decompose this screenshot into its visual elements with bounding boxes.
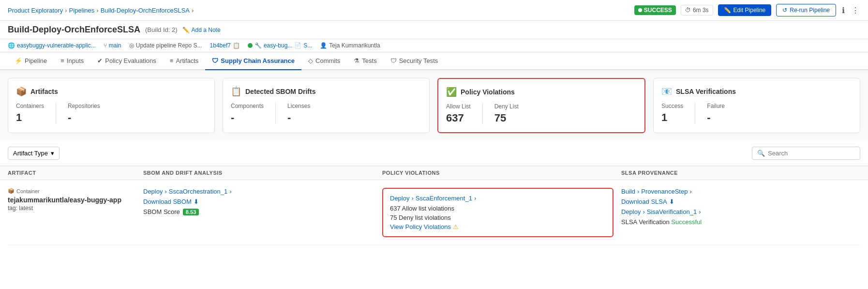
supply-chain-icon: 🛡 <box>212 57 218 64</box>
sbom-drifts-card: 📋 Detected SBOM Drifts Components - Lice… <box>223 78 430 133</box>
table-row: 📦 Container tejakummarikuntla/easy-buggy… <box>8 180 860 245</box>
app-short-link[interactable]: S... <box>303 42 312 49</box>
search-icon: 🔍 <box>757 150 765 157</box>
clock-icon: ⏱ <box>685 7 691 14</box>
artifact-tag: tag: latest <box>8 205 135 212</box>
download-sbom-link[interactable]: Download SBOM ⬇ <box>143 198 374 205</box>
add-note-link[interactable]: ✏️ Add a Note <box>182 27 221 33</box>
top-bar-right: SUCCESS ⏱ 6m 3s ✏️ Edit Pipeline ↺ Re-ru… <box>634 4 860 16</box>
page-title-bar: Build-Deploy-OrchEnforceSLSA (Build Id: … <box>0 21 868 39</box>
tab-artifacts[interactable]: ≡ Artifacts <box>163 52 206 70</box>
sbom-card-title: 📋 Detected SBOM Drifts <box>231 86 421 97</box>
tab-pipeline[interactable]: ⚡ Pipeline <box>8 52 54 70</box>
meta-branch: ⑂ main <box>104 42 121 49</box>
policy-violations-cell: Deploy › SscaEnforcement_1 › 637 Allow l… <box>382 188 621 237</box>
slsa-deploy-link[interactable]: Deploy › SisaVerification_1 › <box>621 208 853 215</box>
licenses-col: Licenses - <box>287 103 310 124</box>
col-header-sbom: SBOM AND DRIFT ANALYSIS <box>143 170 382 176</box>
breadcrumb: Product Exploratory › Pipelines › Build-… <box>8 7 194 14</box>
policy-violations-card: ✅ Policy Violations Allow List 637 Deny … <box>437 78 645 133</box>
slsa-success-col: Success 1 <box>661 103 683 124</box>
tab-security-tests[interactable]: 🛡 Security Tests <box>384 52 445 70</box>
policy-violations-cols: Allow List 637 Deny List 75 <box>446 103 637 124</box>
allow-violations-text: 637 Allow list violations <box>390 205 606 212</box>
breadcrumb-product[interactable]: Product Exploratory <box>8 7 63 14</box>
meta-commit-hash: 1b4bef7 📋 <box>210 42 240 49</box>
app-icon-2: 📄 <box>294 42 301 49</box>
repo-link[interactable]: easybuggy-vulnerable-applic... <box>17 42 96 49</box>
artifact-name: tejakummarikuntla/easy-buggy-app <box>8 196 135 204</box>
app-link[interactable]: easy-bug... <box>264 42 292 49</box>
repositories-col: Repositories - <box>68 103 100 124</box>
copy-icon[interactable]: 📋 <box>233 42 240 49</box>
artifact-cell: 📦 Container tejakummarikuntla/easy-buggy… <box>8 188 143 212</box>
app-icon: 🔧 <box>254 42 262 49</box>
branch-link[interactable]: main <box>109 42 121 49</box>
sbom-score-row: SBOM Score 8.53 <box>143 208 374 215</box>
allow-list-col: Allow List 637 <box>446 103 471 124</box>
meta-commit-msg: ◎ Update pipeline Repo S... <box>129 42 202 49</box>
commits-icon: ◇ <box>308 57 313 64</box>
slsa-failure-col: Failure - <box>707 103 725 124</box>
tab-tests[interactable]: ⚗ Tests <box>347 52 383 70</box>
artifacts-card: 📦 Artifacts Containers 1 Repositories - <box>8 78 215 133</box>
policy-violations-icon: ✅ <box>446 87 457 97</box>
status-dot <box>638 8 642 12</box>
commit-hash-link[interactable]: 1b4bef7 <box>210 42 231 49</box>
branch-icon: ⑂ <box>104 42 107 49</box>
sbom-deploy-link[interactable]: Deploy › SscaOrchestration_1 › <box>143 188 374 195</box>
edit-pipeline-button[interactable]: ✏️ Edit Pipeline <box>718 4 772 16</box>
app-status-dot <box>248 43 253 48</box>
slsa-build-link[interactable]: Build › ProvenanceStep › <box>621 188 853 195</box>
sbom-card-cols: Components - Licenses - <box>231 103 421 124</box>
slsa-verifications-card: 📧 SLSA Verifications Success 1 Failure - <box>653 78 860 133</box>
tab-navigation: ⚡ Pipeline ≡ Inputs ✔ Policy Evaluations… <box>0 52 868 70</box>
table-body: 📦 Container tejakummarikuntla/easy-buggy… <box>0 180 868 245</box>
artifact-type-dropdown[interactable]: Artifact Type ▾ <box>8 147 60 160</box>
info-button[interactable]: ℹ <box>841 5 846 16</box>
more-options-button[interactable]: ⋮ <box>851 5 860 16</box>
download-slsa-link[interactable]: Download SLSA ⬇ <box>621 198 853 205</box>
tests-icon: ⚗ <box>354 57 359 64</box>
container-icon: 📦 <box>8 188 15 194</box>
deny-list-col: Deny List 75 <box>494 103 519 124</box>
summary-cards-row: 📦 Artifacts Containers 1 Repositories - … <box>0 70 868 141</box>
edit-icon: ✏️ <box>724 7 731 14</box>
sbom-card-icon: 📋 <box>231 86 241 97</box>
artifacts-icon: ≡ <box>170 57 174 64</box>
meta-repo: 🌐 easybuggy-vulnerable-applic... <box>8 42 96 49</box>
filter-row: Artifact Type ▾ 🔍 <box>0 141 868 166</box>
build-id: (Build Id: 2) <box>145 26 177 33</box>
components-col: Components - <box>231 103 264 124</box>
breadcrumb-build[interactable]: Build-Deploy-OrchEnforceSLSA <box>101 7 190 14</box>
tab-commits[interactable]: ◇ Commits <box>301 52 347 70</box>
policy-violations-card-title: ✅ Policy Violations <box>446 87 637 97</box>
tab-policy-evaluations[interactable]: ✔ Policy Evaluations <box>90 52 163 70</box>
inputs-icon: ≡ <box>60 57 64 64</box>
breadcrumb-pipelines[interactable]: Pipelines <box>69 7 95 14</box>
tab-inputs[interactable]: ≡ Inputs <box>54 52 90 70</box>
view-policy-violations-link[interactable]: View Policy Violations ⚠ <box>390 223 606 230</box>
search-box: 🔍 <box>752 147 860 160</box>
status-badge: SUCCESS <box>634 5 676 15</box>
page-title: Build-Deploy-OrchEnforceSLSA <box>8 25 140 35</box>
commit-msg-icon: ◎ <box>129 42 134 49</box>
artifacts-card-icon: 📦 <box>16 86 27 97</box>
top-bar: Product Exploratory › Pipelines › Build-… <box>0 0 868 21</box>
tab-supply-chain[interactable]: 🛡 Supply Chain Assurance <box>205 52 301 70</box>
pencil-icon: ✏️ <box>182 27 190 33</box>
col-header-policy: POLICY VIOLATIONS <box>382 170 621 176</box>
pipeline-icon: ⚡ <box>15 57 22 64</box>
chevron-down-icon: ▾ <box>51 150 54 157</box>
artifacts-card-cols: Containers 1 Repositories - <box>16 103 207 124</box>
security-tests-icon: 🛡 <box>390 57 397 64</box>
deny-violations-text: 75 Deny list violations <box>390 214 606 221</box>
user-avatar: 👤 <box>320 42 327 49</box>
search-input[interactable] <box>768 150 855 157</box>
rerun-pipeline-button[interactable]: ↺ Re-run Pipeline <box>776 4 836 16</box>
meta-user: 👤 Teja Kummarikuntla <box>320 42 380 49</box>
policy-deploy-link[interactable]: Deploy › SscaEnforcement_1 › <box>390 195 606 202</box>
slsa-verification-row: SLSA Verification Successful <box>621 218 853 226</box>
sbom-cell: Deploy › SscaOrchestration_1 › Download … <box>143 188 382 215</box>
meta-row: 🌐 easybuggy-vulnerable-applic... ⑂ main … <box>0 39 868 52</box>
